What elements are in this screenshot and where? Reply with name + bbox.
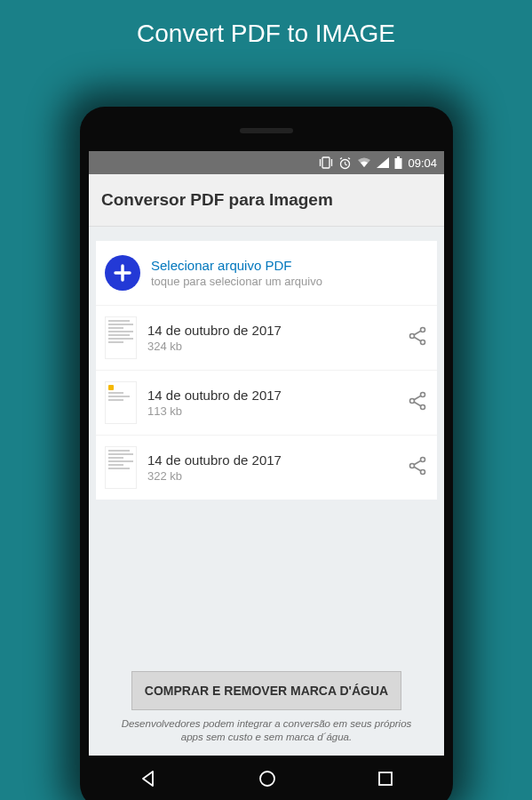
file-list-card: Selecionar arquivo PDF toque para seleci… — [96, 241, 437, 500]
svg-point-12 — [410, 334, 415, 339]
svg-rect-8 — [397, 156, 400, 158]
select-file-row[interactable]: Selecionar arquivo PDF toque para seleci… — [96, 241, 437, 305]
file-date: 14 de outubro de 2017 — [147, 388, 396, 403]
svg-point-19 — [421, 405, 425, 410]
svg-point-27 — [260, 772, 274, 786]
svg-line-26 — [414, 467, 421, 471]
phone-frame: 09:04 Conversor PDF para Imagem Selecion… — [80, 107, 453, 800]
svg-rect-0 — [322, 157, 330, 168]
wifi-icon — [357, 157, 371, 168]
file-thumbnail — [105, 316, 137, 359]
file-row[interactable]: 14 de outubro de 2017 322 kb — [96, 435, 437, 500]
svg-point-18 — [421, 393, 425, 397]
nav-back-icon[interactable] — [139, 769, 158, 788]
file-size: 113 kb — [147, 404, 396, 418]
file-info: 14 de outubro de 2017 113 kb — [147, 388, 396, 418]
app-screen: 09:04 Conversor PDF para Imagem Selecion… — [89, 151, 444, 756]
file-info: 14 de outubro de 2017 322 kb — [147, 452, 396, 483]
developer-note: Desenvolvedores podem integrar a convers… — [105, 717, 428, 745]
file-date: 14 de outubro de 2017 — [147, 323, 396, 338]
svg-point-22 — [410, 464, 415, 468]
file-row[interactable]: 14 de outubro de 2017 324 kb — [96, 305, 437, 370]
battery-icon — [394, 156, 402, 169]
signal-icon — [377, 157, 389, 168]
share-icon[interactable] — [407, 325, 428, 350]
svg-line-21 — [414, 402, 421, 406]
svg-line-16 — [414, 337, 421, 341]
select-file-text: Selecionar arquivo PDF toque para seleci… — [151, 258, 428, 288]
file-thumbnail — [105, 446, 137, 489]
footer: COMPRAR E REMOVER MARCA D'ÁGUA Desenvolv… — [96, 664, 437, 756]
android-nav-bar — [89, 757, 444, 800]
svg-line-6 — [340, 157, 342, 159]
app-title: Conversor PDF para Imagem — [101, 190, 432, 210]
svg-line-15 — [414, 331, 421, 335]
buy-remove-watermark-button[interactable]: COMPRAR E REMOVER MARCA D'ÁGUA — [131, 671, 401, 710]
vibrate-icon — [319, 156, 333, 169]
file-info: 14 de outubro de 2017 324 kb — [147, 323, 396, 353]
svg-line-20 — [414, 396, 421, 400]
svg-line-7 — [348, 157, 350, 159]
status-bar: 09:04 — [89, 151, 444, 174]
svg-point-17 — [410, 399, 415, 404]
promo-title: Convert PDF to IMAGE — [0, 0, 532, 64]
select-file-title: Selecionar arquivo PDF — [151, 258, 428, 273]
nav-home-icon[interactable] — [258, 769, 277, 788]
svg-point-14 — [421, 340, 425, 345]
share-icon[interactable] — [407, 390, 428, 415]
svg-rect-28 — [379, 772, 392, 785]
file-size: 324 kb — [147, 340, 396, 353]
svg-rect-9 — [395, 158, 402, 169]
file-row[interactable]: 14 de outubro de 2017 113 kb — [96, 370, 437, 435]
svg-point-13 — [421, 328, 425, 332]
file-date: 14 de outubro de 2017 — [147, 452, 396, 468]
svg-point-24 — [421, 470, 425, 475]
file-thumbnail — [105, 381, 137, 424]
plus-icon — [105, 255, 140, 291]
app-header: Conversor PDF para Imagem — [89, 174, 444, 227]
content-area: Selecionar arquivo PDF toque para seleci… — [89, 227, 444, 756]
share-icon[interactable] — [407, 455, 428, 480]
alarm-icon — [338, 156, 352, 170]
select-file-subtitle: toque para selecionar um arquivo — [151, 275, 428, 288]
svg-line-25 — [414, 460, 421, 465]
phone-speaker — [240, 128, 293, 133]
nav-recent-icon[interactable] — [377, 770, 394, 788]
status-time: 09:04 — [408, 156, 437, 170]
svg-point-23 — [421, 458, 425, 462]
svg-line-5 — [345, 164, 347, 165]
file-size: 322 kb — [147, 469, 396, 483]
